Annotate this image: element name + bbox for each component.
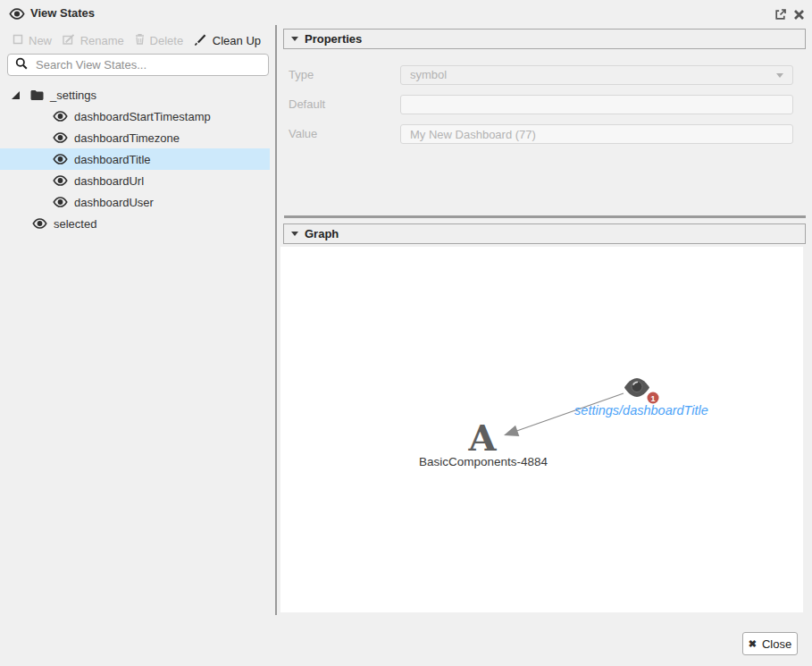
close-icon[interactable] — [793, 8, 805, 24]
default-input — [400, 95, 793, 114]
eye-icon — [53, 154, 68, 164]
new-square-icon — [13, 34, 23, 47]
chevron-down-icon — [291, 37, 298, 41]
open-in-new-window-icon[interactable] — [774, 8, 787, 24]
graph-canvas: 1 settings/dashboardTitle A BasicCompone… — [280, 247, 803, 612]
page-title: View States — [30, 6, 95, 20]
search-box — [7, 54, 269, 76]
tree-item-label: _settings — [50, 89, 96, 102]
chevron-down-icon — [291, 232, 298, 236]
delete-button-label: Delete — [150, 34, 184, 47]
tree-item-label: selected — [54, 217, 96, 231]
search-icon — [15, 57, 28, 73]
delete-button: Delete — [135, 33, 184, 47]
badge-count: 1 — [650, 394, 655, 403]
view-state-node[interactable]: 1 settings/dashboardTitle — [574, 378, 708, 417]
eye-icon — [53, 111, 68, 122]
default-field-label: Default — [289, 97, 325, 111]
view-state-node-label: settings/dashboardTitle — [574, 403, 708, 417]
eye-icon — [53, 197, 68, 207]
tree-item-label: dashboardUrl — [74, 174, 144, 188]
tree-item-dashboardTitle-selected[interactable]: dashboardTitle — [0, 148, 270, 170]
graph-header-label: Graph — [305, 227, 339, 240]
component-node[interactable]: A BasicComponents-4884 — [419, 417, 548, 468]
value-field-label: Value — [289, 127, 317, 140]
eye-icon — [624, 378, 649, 397]
tree-item-selected[interactable]: selected — [0, 213, 270, 234]
type-select: symbol — [400, 65, 793, 85]
view-states-tree: _settings dashboardStartTimestamp dashbo… — [0, 84, 270, 234]
tree-item-label: dashboardStartTimestamp — [74, 110, 211, 123]
value-input — [400, 124, 793, 144]
tree-item-settings-folder[interactable]: _settings — [0, 84, 270, 105]
tree-item-dashboardStartTimestamp[interactable]: dashboardStartTimestamp — [0, 105, 270, 127]
close-button[interactable]: ✖ Close — [742, 632, 798, 655]
tree-item-label: dashboardUser — [74, 196, 154, 209]
rename-button: Rename — [63, 34, 124, 47]
graph-section-header[interactable]: Graph — [283, 223, 806, 244]
view-states-dialog: View States New Rename — [0, 0, 812, 666]
properties-header-label: Properties — [305, 32, 362, 46]
horizontal-splitter[interactable] — [284, 215, 806, 218]
new-button-label: New — [29, 34, 52, 47]
vertical-splitter[interactable] — [275, 25, 277, 615]
tree-item-label: dashboardTitle — [74, 153, 151, 166]
clean-up-wand-icon — [194, 33, 207, 48]
rename-button-label: Rename — [80, 34, 124, 47]
rename-pencil-icon — [63, 34, 75, 47]
eye-icon — [53, 175, 68, 186]
component-glyph: A — [467, 417, 497, 459]
eye-icon — [9, 7, 25, 23]
trash-icon — [135, 33, 145, 47]
eye-icon — [53, 132, 68, 143]
component-node-label: BasicComponents-4884 — [419, 455, 548, 468]
close-icon: ✖ — [749, 638, 757, 650]
tree-item-dashboardTimezone[interactable]: dashboardTimezone — [0, 127, 270, 148]
tree-item-dashboardUrl[interactable]: dashboardUrl — [0, 170, 270, 191]
eye-icon — [32, 218, 47, 229]
status-badge: 1 — [648, 392, 659, 404]
properties-section-header[interactable]: Properties — [283, 29, 806, 49]
close-button-label: Close — [762, 637, 791, 651]
search-input[interactable] — [34, 57, 261, 72]
expander-triangle-icon[interactable] — [12, 91, 20, 99]
clean-up-button-label: Clean Up — [213, 34, 261, 47]
chevron-down-icon — [776, 73, 783, 78]
tree-item-dashboardUser[interactable]: dashboardUser — [0, 191, 270, 213]
clean-up-button[interactable]: Clean Up — [194, 33, 261, 48]
folder-icon — [29, 89, 45, 101]
type-select-value: symbol — [410, 68, 447, 81]
tree-item-label: dashboardTimezone — [74, 131, 180, 145]
view-states-toolbar: New Rename Delete — [13, 30, 261, 50]
type-field-label: Type — [289, 68, 314, 81]
new-button: New — [13, 34, 52, 47]
